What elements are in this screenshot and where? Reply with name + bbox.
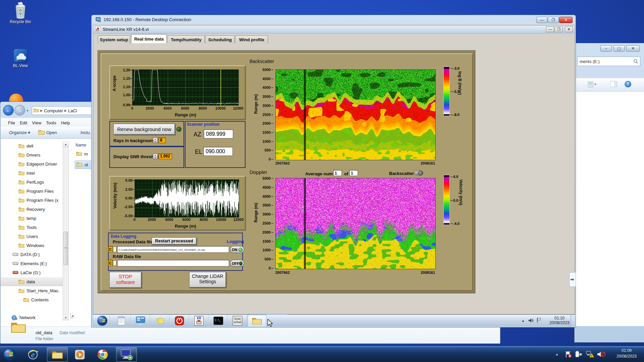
tree-item-lacie-g-[interactable]: LaCie (G:)	[0, 268, 69, 277]
desktop-icon-bl-view[interactable]: BL-View	[9, 49, 32, 68]
tab-temp-humidity[interactable]: Temp/humidity	[168, 36, 205, 43]
tab-scheduling[interactable]: Scheduling	[206, 36, 234, 43]
processed-logging-on[interactable]: ON	[230, 246, 244, 253]
rays-value[interactable]: 8	[158, 137, 166, 143]
average-total-value[interactable]: 1	[349, 170, 358, 176]
tree-item-data-d-[interactable]: DATA (D:)	[0, 250, 69, 259]
taskbar-media-player[interactable]	[71, 347, 89, 362]
tree-item-intel[interactable]: Intel	[0, 169, 69, 178]
menu-file[interactable]: File	[8, 120, 15, 125]
menu-edit[interactable]: Edit	[20, 120, 27, 125]
vi-minimize-button[interactable]: —	[546, 26, 554, 32]
scrollbar-thumb[interactable]	[63, 232, 68, 265]
organize-button[interactable]: Organize ▾	[9, 130, 30, 135]
average-number-value[interactable]: 1	[333, 170, 342, 176]
volume-icon[interactable]	[528, 318, 534, 324]
name-column-header[interactable]: Name	[73, 141, 94, 147]
breadcrumb-lacie[interactable]: LaCi	[68, 108, 77, 113]
action-center-flag-icon[interactable]	[565, 351, 572, 359]
tree-item-windows[interactable]: Windows	[0, 241, 69, 250]
tree-scrollbar[interactable]: ▲ ▼	[63, 141, 69, 320]
tree-item-tools[interactable]: Tools	[0, 223, 69, 232]
forward-button[interactable]: →	[14, 105, 25, 116]
search-box[interactable]: ments (E:)	[577, 57, 640, 66]
tree-item-drivers[interactable]: Drivers	[0, 150, 69, 160]
raw-logging-off[interactable]: OFF	[230, 260, 244, 267]
el-value[interactable]: 090.000	[203, 147, 233, 156]
preview-pane-icon[interactable]	[610, 81, 617, 88]
remote-taskbar-sticky-notes[interactable]	[151, 315, 170, 326]
rdp-close-button[interactable]: ✕	[559, 17, 573, 23]
restart-processed-button[interactable]: Restart processed file	[152, 237, 197, 245]
breadcrumb[interactable]: ▶ Computer ▶ LaCi	[32, 106, 92, 115]
tree-item-contents[interactable]: Contents	[0, 295, 69, 304]
include-button[interactable]: Inclu	[80, 130, 90, 135]
menu-view[interactable]: View	[32, 120, 41, 125]
view-list-icon[interactable]	[588, 81, 596, 89]
tab-wind-profile[interactable]: Wind profile	[235, 36, 268, 43]
scroll-down-icon[interactable]: ▼	[63, 315, 68, 320]
rays-spinner[interactable]: ▲▼	[153, 137, 158, 143]
tree-item-users[interactable]: Users	[0, 232, 69, 241]
remote-taskbar-explorer-folder[interactable]	[248, 315, 266, 326]
raw-browse-icon[interactable]	[113, 260, 116, 266]
tree-item-recovery[interactable]: Recovery	[0, 205, 69, 214]
az-value[interactable]: 089.999	[204, 129, 233, 138]
backscatter-toggle[interactable]	[414, 171, 423, 175]
open-button[interactable]: Open	[46, 130, 57, 135]
tree-item-start-here-mac-[interactable]: Start_Here_Mac.	[0, 286, 69, 295]
local-clock[interactable]: 01:09 20/08/2023	[611, 348, 642, 359]
tree-item-elements-e-[interactable]: Elements (E:)	[0, 259, 69, 268]
taskbar-start-orb[interactable]	[2, 347, 17, 362]
snr-spinner[interactable]: ▲▼	[153, 154, 158, 159]
change-lidar-settings-button[interactable]: Change LiDAR Settings	[189, 272, 226, 288]
breadcrumb-computer[interactable]: Computer	[44, 108, 63, 113]
minimize-button[interactable]: –	[600, 45, 612, 52]
streamline-titlebar[interactable]: StreamLine XR v14-6.vi — ❐ ✕	[93, 25, 575, 34]
network-warning-icon[interactable]: !	[586, 351, 594, 359]
tree-item-perflogs[interactable]: PerfLogs	[0, 178, 69, 187]
menu-help[interactable]: Help	[61, 120, 70, 125]
renew-background-button[interactable]: Renew background now	[113, 124, 175, 135]
help-icon[interactable]: ?	[625, 81, 631, 87]
tab-real-time-data[interactable]: Real time data	[131, 34, 167, 43]
taskbar-internet-explorer[interactable]: e	[24, 347, 42, 362]
nav-dropdown-icon[interactable]: ▼	[26, 109, 29, 112]
remote-taskbar-notepad[interactable]	[112, 315, 131, 326]
remote-taskbar-scan-sched[interactable]: Scansched	[228, 315, 247, 326]
action-center-flag-icon[interactable]	[536, 317, 542, 324]
snr-value[interactable]: 1.002	[158, 154, 172, 159]
rdp-maximize-button[interactable]: ❐	[548, 17, 559, 23]
remote-taskbar-labview-xr[interactable]: XR	[190, 315, 209, 326]
tree-item-edgeport-driver[interactable]: Edgeport Driver	[0, 160, 69, 169]
raw-drive-letter[interactable]: C	[108, 260, 113, 266]
desktop-icon-recycle-bin[interactable]: Recycle Bin	[9, 2, 32, 24]
raw-path-field[interactable]	[117, 260, 229, 266]
vi-restore-button[interactable]: ❐	[555, 26, 563, 32]
path-browse-icon[interactable]	[113, 247, 116, 252]
processed-drive-letter[interactable]: C	[108, 246, 113, 252]
volume-muted-icon[interactable]	[597, 351, 606, 359]
scroll-up-icon[interactable]: ▲	[63, 142, 68, 147]
menu-tools[interactable]: Tools	[46, 120, 56, 125]
remote-taskbar-power[interactable]	[170, 315, 189, 326]
quickconnect-tab[interactable]	[569, 272, 576, 287]
tree-item-temp[interactable]: temp	[0, 214, 69, 223]
remote-taskbar-command-prompt[interactable]: C:\_	[209, 315, 228, 326]
tray-expand-icon[interactable]: ▲	[522, 319, 525, 322]
file-pane-item[interactable]: ol	[75, 161, 94, 169]
power-plug-icon[interactable]	[575, 351, 583, 359]
tree-item-program-files-x[interactable]: Program Files (x	[0, 196, 69, 205]
tab-system-setup[interactable]: System setup	[98, 36, 130, 43]
tree-item-dell[interactable]: dell	[0, 141, 69, 150]
back-button[interactable]: ←	[3, 105, 14, 116]
vi-close-button[interactable]: ✕	[565, 26, 573, 32]
remote-taskbar-display-settings[interactable]	[131, 315, 150, 326]
show-desktop-button[interactable]	[571, 315, 575, 326]
tray-expand-icon[interactable]: ▲	[555, 353, 558, 356]
rdp-minimize-button[interactable]: —	[536, 17, 547, 23]
taskbar-windows-explorer[interactable]	[47, 347, 68, 362]
remote-clock[interactable]: 01:10 20/08/2023	[546, 316, 573, 325]
processed-path-field[interactable]: C:\Lidar\Data\Proc\2023\202308\20230820\…	[117, 246, 229, 253]
remote-taskbar-start-orb[interactable]	[95, 315, 110, 326]
